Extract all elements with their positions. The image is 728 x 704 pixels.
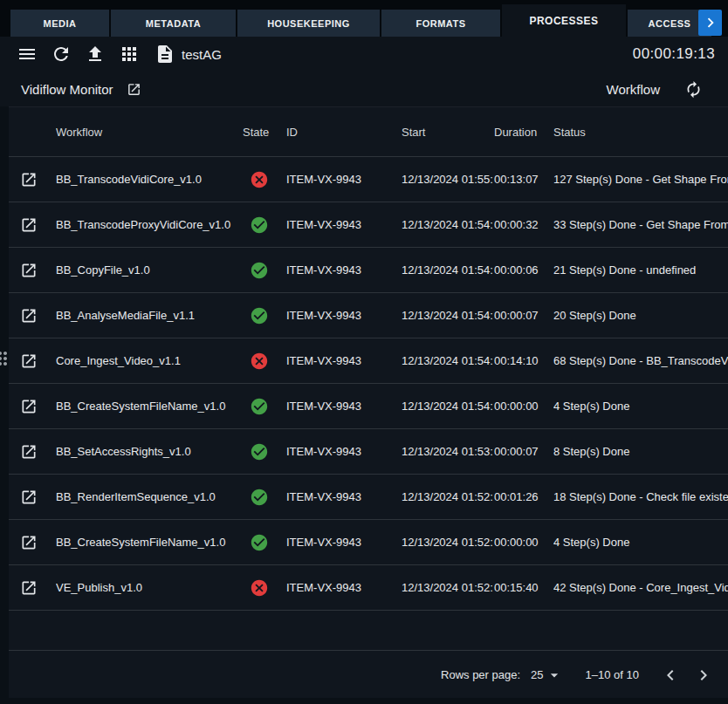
item-id: ITEM-VX-9943: [286, 581, 402, 594]
autorenew-icon: [684, 80, 703, 99]
open-workflow-button[interactable]: [19, 533, 38, 552]
table-header: Workflow State ID Start Duration Status: [9, 107, 728, 157]
menu-button[interactable]: [17, 44, 38, 65]
state-cell: [243, 442, 286, 461]
start-time: 12/13/2024 01:52:: [402, 581, 494, 594]
open-workflow-button[interactable]: [19, 578, 38, 598]
duration-value: 00:00:07: [494, 309, 553, 322]
open-in-new-icon: [20, 579, 38, 597]
open-in-new-icon: [127, 82, 141, 97]
page-title: Vidiflow Monitor: [21, 82, 113, 97]
item-id: ITEM-VX-9943: [286, 354, 402, 367]
next-page-button[interactable]: [691, 663, 716, 687]
pagination-range: 1–10 of 10: [586, 668, 639, 681]
workflow-name: BB_CopyFile_v1.0: [56, 263, 243, 277]
table-row: BB_CreateSystemFileName_v1.0 ITEM-VX-994…: [9, 384, 728, 429]
column-header-start: Start: [402, 126, 494, 139]
item-id: ITEM-VX-9943: [286, 309, 402, 322]
tab-formats[interactable]: FORMATS: [381, 10, 500, 37]
state-cell: [243, 306, 286, 325]
state-cell: [243, 578, 286, 598]
upload-icon: [85, 44, 106, 65]
open-workflow-button[interactable]: [19, 352, 38, 371]
open-workflow-button[interactable]: [19, 261, 38, 280]
table-scroll-area[interactable]: Workflow State ID Start Duration Status …: [9, 107, 728, 650]
start-time: 12/13/2024 01:54:: [402, 354, 494, 367]
apps-button[interactable]: [119, 44, 140, 65]
error-state-icon: [250, 352, 269, 371]
chevron-left-icon: [660, 665, 681, 686]
table-row: BB_RenderItemSequence_v1.0 ITEM-VX-9943 …: [9, 475, 728, 520]
error-state-icon: [250, 170, 269, 189]
workflow-name: BB_TranscodeProxyVidiCore_v1.0: [56, 218, 243, 231]
tab-housekeeping[interactable]: HOUSEKEEPING: [237, 10, 380, 37]
open-workflow-button[interactable]: [19, 488, 38, 507]
workflow-name: BB_CreateSystemFileName_v1.0: [56, 400, 243, 413]
tab-processes[interactable]: PROCESSES: [502, 4, 626, 37]
subheader: Vidiflow Monitor Workflow: [0, 72, 728, 106]
tab-media[interactable]: MEDIA: [10, 10, 109, 37]
status-text: 68 Step(s) Done - BB_TranscodeVid: [553, 354, 728, 367]
open-workflow-button[interactable]: [19, 306, 38, 325]
workflow-name: BB_RenderItemSequence_v1.0: [56, 490, 243, 503]
open-workflow-button[interactable]: [19, 170, 38, 189]
drag-indicator-icon: [0, 348, 7, 369]
table-row: BB_AnalyseMediaFile_v1.1 ITEM-VX-9943 12…: [9, 293, 728, 338]
duration-value: 00:14:10: [494, 354, 553, 367]
tabs: MEDIAMETADATAHOUSEKEEPINGFORMATSPROCESSE…: [10, 0, 728, 37]
success-state-icon: [250, 397, 269, 416]
column-header-workflow: Workflow: [56, 126, 243, 139]
state-cell: [243, 170, 286, 189]
open-workflow-button[interactable]: [19, 397, 38, 416]
document-chip[interactable]: testAG: [155, 44, 222, 65]
open-workflow-button[interactable]: [19, 442, 38, 461]
open-workflow-button[interactable]: [19, 215, 38, 235]
duration-value: 00:00:32: [494, 218, 553, 231]
rows-per-page-select[interactable]: 25: [531, 666, 562, 684]
success-state-icon: [250, 306, 269, 325]
status-text: 127 Step(s) Done - Get Shape From: [553, 173, 728, 186]
apps-grid-icon: [119, 44, 140, 65]
success-state-icon: [250, 533, 269, 552]
success-state-icon: [250, 261, 269, 280]
table-row: VE_Publish_v1.0 ITEM-VX-9943 12/13/2024 …: [9, 565, 728, 611]
start-time: 12/13/2024 01:54:: [402, 309, 494, 322]
open-in-new-icon: [20, 534, 38, 551]
open-monitor-button[interactable]: [127, 81, 142, 97]
table-row: BB_SetAccessRights_v1.0 ITEM-VX-9943 12/…: [9, 429, 728, 475]
open-in-new-icon: [20, 216, 38, 234]
start-time: 12/13/2024 01:52:: [402, 490, 494, 503]
refresh-button[interactable]: [51, 44, 72, 65]
chevron-right-icon: [693, 665, 714, 686]
status-text: 21 Step(s) Done - undefined: [553, 263, 728, 277]
open-in-new-icon: [20, 307, 38, 325]
start-time: 12/13/2024 01:54:: [402, 263, 494, 277]
tabs-overflow-button[interactable]: [698, 10, 722, 36]
document-label: testAG: [182, 47, 222, 62]
status-text: 42 Step(s) Done - Core_Ingest_Vide: [553, 581, 728, 594]
status-text: 4 Step(s) Done: [553, 536, 728, 549]
menu-icon: [17, 44, 38, 65]
workflow-table-card: Workflow State ID Start Duration Status …: [9, 106, 728, 698]
duration-value: 00:15:40: [494, 581, 553, 594]
state-cell: [243, 397, 286, 416]
success-state-icon: [250, 442, 269, 461]
item-id: ITEM-VX-9943: [286, 490, 402, 503]
state-cell: [243, 533, 286, 552]
open-in-new-icon: [20, 171, 38, 188]
item-id: ITEM-VX-9943: [286, 536, 402, 549]
duration-value: 00:13:07: [494, 173, 553, 186]
start-time: 12/13/2024 01:54:: [402, 400, 494, 413]
previous-page-button[interactable]: [658, 663, 683, 687]
success-state-icon: [250, 488, 269, 507]
start-time: 12/13/2024 01:55:: [402, 173, 494, 186]
refresh-workflows-button[interactable]: [683, 79, 703, 99]
drawer-drag-handle[interactable]: [0, 342, 7, 375]
duration-value: 00:01:26: [494, 490, 553, 503]
column-header-duration: Duration: [494, 126, 553, 139]
start-time: 12/13/2024 01:53:: [402, 445, 494, 458]
open-in-new-icon: [20, 443, 38, 461]
upload-button[interactable]: [85, 44, 106, 65]
tab-metadata[interactable]: METADATA: [111, 10, 236, 37]
start-time: 12/13/2024 01:52:: [402, 536, 494, 549]
